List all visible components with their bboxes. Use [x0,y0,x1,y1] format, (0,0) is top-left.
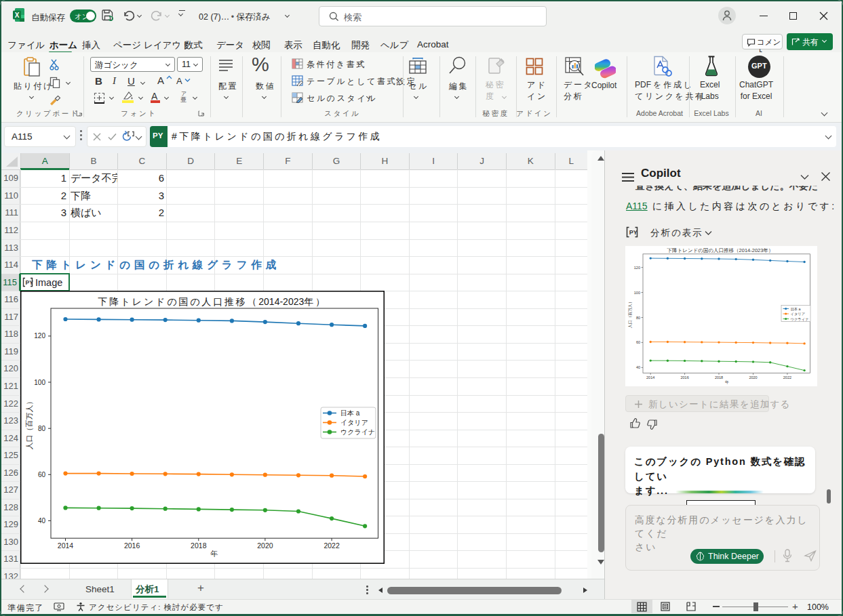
svg-text:下降トレンドの国の人口推移（2014-2023年）: 下降トレンドの国の人口推移（2014-2023年） [667,247,774,253]
svg-text:年: 年 [725,380,729,384]
svg-text:60: 60 [636,340,640,344]
svg-text:2020: 2020 [257,541,273,550]
svg-text:80: 80 [38,425,46,432]
svg-text:イタリア: イタリア [340,419,368,426]
svg-text:40: 40 [636,365,640,369]
svg-text:40: 40 [38,517,46,525]
svg-text:イタリア: イタリア [791,312,806,316]
svg-text:120: 120 [634,266,640,270]
svg-text:2018: 2018 [715,375,723,379]
svg-text:2014: 2014 [58,541,74,550]
svg-text:80: 80 [636,316,640,320]
svg-text:100: 100 [634,291,640,295]
svg-text:日本 a: 日本 a [791,307,801,312]
svg-text:日本 a: 日本 a [340,409,360,417]
svg-text:120: 120 [34,332,45,340]
svg-text:2022: 2022 [783,375,791,379]
svg-text:年: 年 [210,550,218,558]
svg-text:下降トレンドの国の人口推移（2014-2023年）: 下降トレンドの国の人口推移（2014-2023年） [98,296,327,307]
svg-text:2022: 2022 [324,541,340,550]
svg-text:PY: PY [629,229,638,236]
svg-text:60: 60 [38,471,46,478]
svg-text:ウクライナ: ウクライナ [791,317,809,321]
svg-text:2016: 2016 [124,541,140,550]
svg-text:100: 100 [34,379,45,386]
svg-text:2018: 2018 [191,541,207,550]
svg-text:ウクライナ: ウクライナ [340,428,375,436]
svg-text:2020: 2020 [749,375,757,379]
svg-text:人口（百万人）: 人口（百万人） [25,398,33,450]
svg-text:人口（百万人）: 人口（百万人） [628,300,633,329]
svg-text:PY: PY [26,279,33,286]
svg-text:2014: 2014 [646,375,654,379]
svg-text:2016: 2016 [680,375,688,379]
svg-text:X: X [15,12,20,19]
